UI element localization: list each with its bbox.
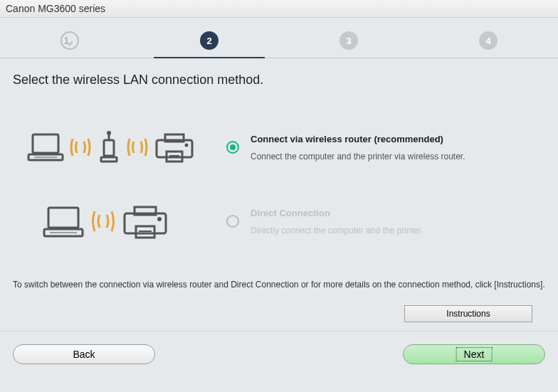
step-4: 4 bbox=[418, 26, 558, 55]
next-label: Next bbox=[456, 347, 493, 361]
laptop-icon bbox=[27, 132, 64, 163]
step-indicator: 1✓ 2 3 4 bbox=[0, 18, 558, 58]
radio-wireless-router[interactable] bbox=[226, 141, 239, 154]
svg-point-19 bbox=[157, 217, 162, 221]
svg-rect-12 bbox=[48, 208, 78, 228]
wifi-icon bbox=[70, 136, 91, 159]
printer-icon bbox=[154, 132, 195, 163]
illustration-router bbox=[27, 130, 226, 164]
back-button[interactable]: Back bbox=[13, 344, 155, 364]
svg-rect-8 bbox=[165, 134, 184, 142]
option-title: Direct Connection bbox=[251, 208, 545, 218]
option-title: Connect via wireless router (recommended… bbox=[251, 134, 545, 144]
wifi-icon bbox=[127, 136, 148, 159]
router-icon bbox=[97, 130, 121, 164]
divider bbox=[0, 331, 558, 332]
window-title: Canon MG3600 series bbox=[6, 3, 105, 14]
illustration-direct bbox=[41, 203, 226, 239]
printer-icon bbox=[121, 203, 169, 239]
step-1: 1✓ bbox=[0, 26, 140, 55]
option-desc: Connect the computer and the printer via… bbox=[251, 152, 545, 161]
svg-rect-6 bbox=[101, 157, 117, 161]
help-note: To switch between the connection via wir… bbox=[13, 278, 545, 291]
wifi-icon bbox=[91, 208, 115, 234]
next-button[interactable]: Next bbox=[403, 344, 545, 364]
step-2: 2 bbox=[140, 26, 279, 55]
svg-point-11 bbox=[185, 144, 189, 147]
svg-rect-0 bbox=[33, 134, 58, 153]
radio-direct-connection[interactable] bbox=[226, 215, 239, 228]
step-3: 3 bbox=[279, 26, 418, 55]
instructions-button[interactable]: Instructions bbox=[404, 305, 532, 322]
svg-rect-7 bbox=[157, 140, 192, 157]
option-wireless-router[interactable]: Connect via wireless router (recommended… bbox=[13, 130, 545, 164]
option-desc: Directly connect the computer and the pr… bbox=[251, 226, 545, 235]
option-direct-connection[interactable]: Direct Connection Directly connect the c… bbox=[13, 203, 545, 239]
svg-point-4 bbox=[107, 131, 111, 135]
laptop-icon bbox=[41, 203, 85, 239]
svg-rect-15 bbox=[125, 213, 166, 233]
svg-rect-5 bbox=[104, 140, 114, 156]
page-heading: Select the wireless LAN connection metho… bbox=[13, 73, 545, 88]
step-done-icon: 1✓ bbox=[64, 36, 76, 46]
window-titlebar: Canon MG3600 series bbox=[0, 0, 558, 18]
